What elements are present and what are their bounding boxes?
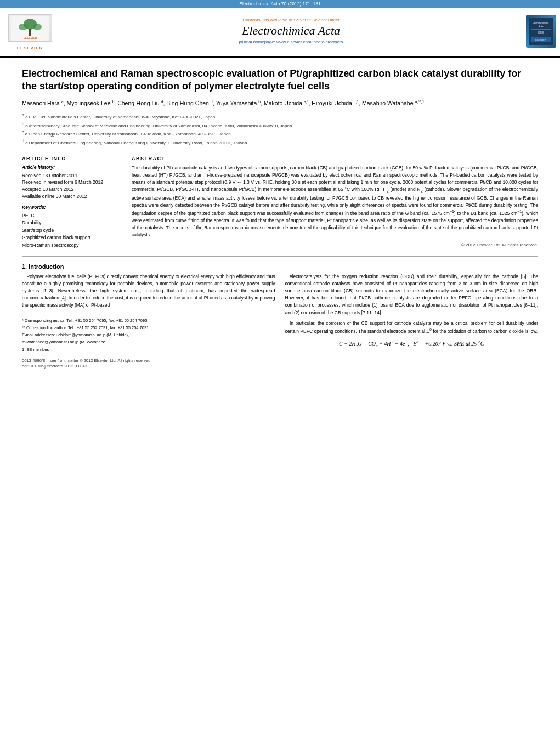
badge-icon: Electrochimica Acta ISE ELSEVIER	[529, 18, 553, 45]
footnote-2: ** Corresponding author. Tel.: +81 55 25…	[22, 325, 275, 331]
footer-1: 0013-4686/$ – see front matter © 2012 El…	[22, 358, 275, 363]
journal-header: Electrochimica Acta 70 (2012) 171–181 EL…	[0, 0, 560, 58]
elsevier-logo: ELSEVIER	[5, 12, 55, 44]
affiliation-b: b b Interdisciplinary Graduate School of…	[22, 121, 538, 129]
svg-text:ELSEVIER: ELSEVIER	[23, 36, 37, 39]
homepage-url: www.elsevier.com/locate/electacta	[276, 39, 343, 44]
authors-text: Masanori Hara a, Myoungseok Lee b, Cheng…	[22, 100, 425, 106]
keyword-5: Micro-Raman spectroscopy	[22, 242, 121, 250]
volume-info-bar: Electrochimica Acta 70 (2012) 171–181	[0, 0, 560, 8]
intro-right-text: electrocatalysts for the oxygen reductio…	[285, 273, 539, 349]
svg-text:ISE: ISE	[538, 31, 544, 35]
keywords-list: PEFC Durability Start/stop cycle Graphit…	[22, 212, 121, 250]
keywords-label: Keywords:	[22, 205, 121, 210]
keywords-section: Keywords: PEFC Durability Start/stop cyc…	[22, 205, 121, 250]
authors: Masanori Hara a, Myoungseok Lee b, Cheng…	[22, 99, 538, 108]
article-title: Electrochemical and Raman spectroscopic …	[22, 67, 538, 93]
affiliations: a a Fuel Cell Nanomaterials Center, Univ…	[22, 112, 538, 146]
journal-title: Electrochimica Acta	[242, 24, 340, 38]
intro-para-3: In particular, the corrosion of the CB s…	[285, 320, 539, 335]
intro-left-col: Polymer electrolyte fuel cells (PEFCs) d…	[22, 273, 275, 369]
keyword-1: PEFC	[22, 212, 121, 220]
copyright: © 2012 Elsevier Ltd. All rights reserved…	[132, 242, 538, 247]
intro-para-2: electrocatalysts for the oxygen reductio…	[285, 273, 539, 316]
divider-1	[22, 151, 538, 151]
abstract-text: The durability of Pt nanoparticle cataly…	[132, 165, 538, 239]
keyword-3: Start/stop cycle	[22, 227, 121, 235]
keyword-2: Durability	[22, 219, 121, 227]
received-date: Received 13 October 2011	[22, 172, 121, 179]
homepage-label: journal homepage:	[239, 39, 277, 44]
svg-text:Acta: Acta	[538, 25, 544, 28]
svg-rect-4	[29, 29, 31, 36]
footer-2: doi:10.1016/j.electacta.2012.03.043	[22, 364, 275, 369]
footnotes: * Corresponding author. Tel.: +81 55 254…	[22, 318, 275, 353]
svg-point-2	[19, 24, 27, 30]
sciverse-prefix: Contents lists available at	[242, 18, 293, 22]
accepted-date: Accepted 10 March 2012	[22, 186, 121, 193]
svg-text:Electrochimica: Electrochimica	[533, 22, 549, 25]
elsevier-tree-icon: ELSEVIER	[11, 16, 49, 41]
svg-text:ELSEVIER: ELSEVIER	[535, 38, 546, 41]
sciverse-link: SciVerse ScienceDirect	[293, 18, 339, 22]
elsevier-label: ELSEVIER	[17, 46, 43, 50]
affiliation-d: d d Department of Chemical Engineering, …	[22, 138, 538, 146]
intro-right-col: electrocatalysts for the oxygen reductio…	[285, 273, 539, 369]
abstract-col: Abstract The durability of Pt nanopartic…	[132, 156, 538, 250]
chemical-equation: C + 2H2O = CO2 + 4H+ + 4e−, E0 = +0.207 …	[285, 340, 539, 349]
footer-info: 0013-4686/$ – see front matter © 2012 El…	[22, 358, 275, 369]
journal-badge: Electrochimica Acta ISE ELSEVIER	[526, 15, 556, 48]
sciverse-line: Contents lists available at SciVerse Sci…	[242, 18, 339, 22]
keyword-4: Graphitized carbon black support	[22, 234, 121, 242]
footnote-1: * Corresponding author. Tel.: +81 55 254…	[22, 318, 275, 324]
elsevier-logo-img: ELSEVIER	[8, 14, 52, 42]
journal-center: Contents lists available at SciVerse Sci…	[60, 8, 522, 54]
page: Electrochimica Acta 70 (2012) 171–181 EL…	[0, 0, 560, 741]
intro-title: 1. Introduction	[22, 263, 538, 270]
online-date: Available online 30 March 2012	[22, 193, 121, 200]
footnote-3: E-mail addresses: uchidam@yamanashi.ac.j…	[22, 332, 275, 338]
footnote-4: m-watanabe@yamanashi.ac.jp (M. Watanabe)…	[22, 339, 275, 345]
header-content: ELSEVIER ELSEVIER Contents lists availab…	[0, 8, 560, 54]
footnote-5: 1 ISE member.	[22, 347, 275, 353]
article-body: Electrochemical and Raman spectroscopic …	[0, 62, 560, 375]
affiliation-a: a a Fuel Cell Nanomaterials Center, Univ…	[22, 112, 538, 121]
intro-two-col: Polymer electrolyte fuel cells (PEFCs) d…	[22, 273, 538, 369]
affiliation-c: c c Clean Energy Research Center, Univer…	[22, 129, 538, 138]
footnote-divider	[22, 315, 174, 315]
svg-point-3	[33, 24, 42, 30]
article-info-col: Article Info Article history: Received 1…	[22, 156, 121, 250]
info-abstract-section: Article Info Article history: Received 1…	[22, 156, 538, 250]
intro-para-1: Polymer electrolyte fuel cells (PEFCs) d…	[22, 273, 275, 309]
abstract-section-title: Abstract	[132, 156, 538, 161]
article-history-label: Article history:	[22, 165, 121, 170]
elsevier-logo-area: ELSEVIER ELSEVIER	[0, 8, 60, 54]
journal-badge-area: Electrochimica Acta ISE ELSEVIER	[522, 8, 560, 54]
divider-2	[22, 256, 538, 257]
intro-left-text: Polymer electrolyte fuel cells (PEFCs) d…	[22, 273, 275, 309]
revised-date: Received in revised form 6 March 2012	[22, 179, 121, 186]
volume-text: Electrochimica Acta 70 (2012) 171–181	[239, 1, 320, 7]
introduction-section: 1. Introduction Polymer electrolyte fuel…	[22, 263, 538, 369]
journal-homepage: journal homepage: www.elsevier.com/locat…	[239, 39, 343, 44]
article-info-section-title: Article Info	[22, 156, 121, 161]
